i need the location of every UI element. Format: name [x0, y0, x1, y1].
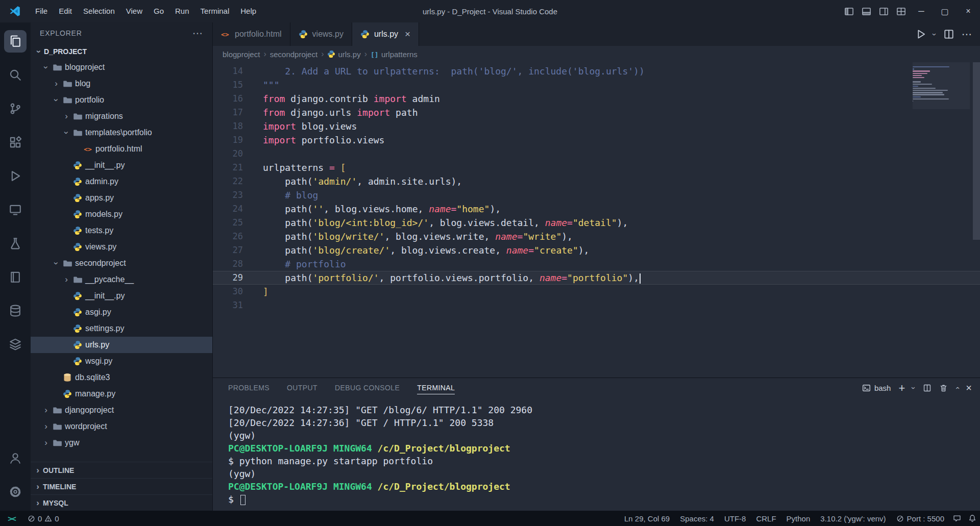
tree-item-portfolio[interactable]: ›portfolio: [31, 92, 212, 108]
tab-views-py[interactable]: views.py: [290, 22, 352, 46]
tree-item-wordproject[interactable]: ›wordproject: [31, 418, 212, 435]
status-language[interactable]: Python: [781, 511, 816, 526]
terminal[interactable]: [20/Dec/2022 14:27:35] "GET /blog/6/ HTT…: [213, 397, 980, 511]
layout-panel-button[interactable]: [857, 0, 875, 22]
tree-item-asgi-py[interactable]: asgi.py: [31, 304, 212, 320]
editor-scrollbar[interactable]: [973, 62, 980, 240]
code-line-30[interactable]: 30]: [213, 285, 980, 298]
breadcrumb-blogproject[interactable]: blogproject: [223, 50, 260, 59]
activity-explorer[interactable]: [0, 24, 31, 58]
menu-help[interactable]: Help: [235, 0, 262, 22]
menu-view[interactable]: View: [120, 0, 148, 22]
code-line-21[interactable]: 21urlpatterns = [: [213, 161, 980, 174]
activity-search[interactable]: [0, 58, 31, 92]
panel-tab-debug-console[interactable]: DEBUG CONSOLE: [335, 378, 400, 397]
code-line-24[interactable]: 24 path('', blog.views.home, name="home"…: [213, 202, 980, 216]
menu-go[interactable]: Go: [148, 0, 169, 22]
run-python-file-button[interactable]: [915, 29, 926, 40]
minimize-button[interactable]: ─: [910, 0, 933, 22]
status-eol[interactable]: CRLF: [751, 511, 781, 526]
new-terminal-button[interactable]: +: [898, 384, 905, 392]
close-tab-icon[interactable]: ×: [405, 29, 410, 40]
activity-testing[interactable]: [0, 227, 31, 260]
tree-item-migrations[interactable]: ›migrations: [31, 108, 212, 124]
code-editor[interactable]: 14 2. Add a URL to urlpatterns: path('bl…: [213, 62, 980, 378]
panel-tab-problems[interactable]: PROBLEMS: [228, 378, 270, 397]
status-python-interpreter[interactable]: 3.10.2 ('ygw': venv): [815, 511, 891, 526]
tree-item-wsgi-py[interactable]: wsgi.py: [31, 353, 212, 369]
code-line-25[interactable]: 25 path('blog/<int:blog_id>/', blog.view…: [213, 216, 980, 230]
code-line-18[interactable]: 18import blog.views: [213, 119, 980, 133]
panel-tab-terminal[interactable]: TERMINAL: [417, 378, 455, 397]
tree-item-manage-py[interactable]: manage.py: [31, 386, 212, 402]
layout-sidebar-left-button[interactable]: [840, 0, 857, 22]
code-line-22[interactable]: 22 path('admin/', admin.site.urls),: [213, 174, 980, 188]
code-line-31[interactable]: 31: [213, 298, 980, 312]
activity-account[interactable]: [0, 441, 31, 475]
breadcrumb-urlpatterns[interactable]: []urlpatterns: [371, 50, 418, 59]
tree-item-admin-py[interactable]: admin.py: [31, 173, 212, 190]
tree-item-blogproject[interactable]: ›blogproject: [31, 59, 212, 76]
editor-more-actions-button[interactable]: ⋯: [962, 28, 972, 40]
breadcrumb-urls-py[interactable]: urls.py: [327, 50, 360, 59]
tree-item-views-py[interactable]: views.py: [31, 239, 212, 255]
code-line-29[interactable]: 29 path('portfolio/', portfolio.views.po…: [213, 271, 980, 285]
split-editor-button[interactable]: [943, 29, 954, 40]
tree-item-db-sqlite3[interactable]: db.sqlite3: [31, 369, 212, 386]
tree-item-apps-py[interactable]: apps.py: [31, 190, 212, 206]
remote-indicator[interactable]: ><: [0, 511, 23, 526]
workspace-section-header[interactable]: › D_PROJECT: [31, 44, 212, 59]
status-encoding[interactable]: UTF-8: [719, 511, 751, 526]
minimap[interactable]: [913, 62, 970, 105]
tree-item-templates-portfolio[interactable]: ›templates\portfolio: [31, 124, 212, 141]
code-line-20[interactable]: 20: [213, 147, 980, 161]
tree-item-secondproject[interactable]: ›secondproject: [31, 255, 212, 271]
activity-database[interactable]: [0, 294, 31, 328]
tab-portfolio-html[interactable]: <>portfolio.html: [213, 22, 290, 46]
tab-urls-py[interactable]: urls.py×: [352, 22, 419, 46]
activity-settings[interactable]: [0, 475, 31, 509]
code-line-14[interactable]: 14 2. Add a URL to urlpatterns: path('bl…: [213, 64, 980, 78]
code-line-17[interactable]: 17from django.urls import path: [213, 106, 980, 119]
activity-notebook[interactable]: [0, 260, 31, 294]
tree-item-init-py[interactable]: __init__.py: [31, 288, 212, 304]
section-outline[interactable]: ›OUTLINE: [31, 462, 212, 478]
code-line-16[interactable]: 16from django.contrib import admin: [213, 92, 980, 106]
explorer-more-actions-icon[interactable]: ⋯: [192, 27, 203, 39]
status-line-col[interactable]: Ln 29, Col 69: [619, 511, 675, 526]
notifications-button[interactable]: [965, 511, 980, 526]
tree-item-tests-py[interactable]: tests.py: [31, 222, 212, 239]
close-panel-button[interactable]: ×: [966, 382, 972, 394]
maximize-button[interactable]: ▢: [933, 0, 957, 22]
run-dropdown-icon[interactable]: ›: [930, 33, 939, 36]
code-line-28[interactable]: 28 # portfolio: [213, 257, 980, 271]
menu-run[interactable]: Run: [169, 0, 195, 22]
section-timeline[interactable]: ›TIMELINE: [31, 478, 212, 494]
code-line-26[interactable]: 26 path('blog/write/', blog.views.write,…: [213, 230, 980, 243]
status-live-server-port[interactable]: Port : 5500: [891, 511, 949, 526]
activity-run-debug[interactable]: [0, 159, 31, 193]
close-window-button[interactable]: ×: [957, 0, 980, 22]
tree-item-urls-py[interactable]: urls.py: [31, 337, 212, 353]
code-line-23[interactable]: 23 # blog: [213, 188, 980, 202]
breadcrumb-secondproject[interactable]: secondproject: [270, 50, 317, 59]
code-line-19[interactable]: 19import portfolio.views: [213, 133, 980, 147]
menu-selection[interactable]: Selection: [78, 0, 120, 22]
activity-remote-explorer[interactable]: [0, 193, 31, 227]
activity-extensions[interactable]: [0, 126, 31, 159]
tree-item-init-py[interactable]: __init__.py: [31, 157, 212, 173]
activity-source-control[interactable]: [0, 92, 31, 126]
tree-item-models-py[interactable]: models.py: [31, 206, 212, 222]
layout-grid-button[interactable]: [892, 0, 910, 22]
feedback-button[interactable]: [949, 511, 965, 526]
tree-item-blog[interactable]: ›blog: [31, 76, 212, 92]
tree-item-pycache[interactable]: ›__pycache__: [31, 271, 212, 288]
activity-layers[interactable]: [0, 328, 31, 361]
split-terminal-button[interactable]: [923, 384, 932, 392]
problems-status[interactable]: 0 0: [23, 514, 63, 523]
terminal-dropdown-icon[interactable]: ›: [910, 387, 918, 389]
maximize-panel-icon[interactable]: ›: [952, 387, 961, 389]
menu-edit[interactable]: Edit: [53, 0, 78, 22]
menu-terminal[interactable]: Terminal: [195, 0, 235, 22]
code-line-15[interactable]: 15""": [213, 78, 980, 92]
